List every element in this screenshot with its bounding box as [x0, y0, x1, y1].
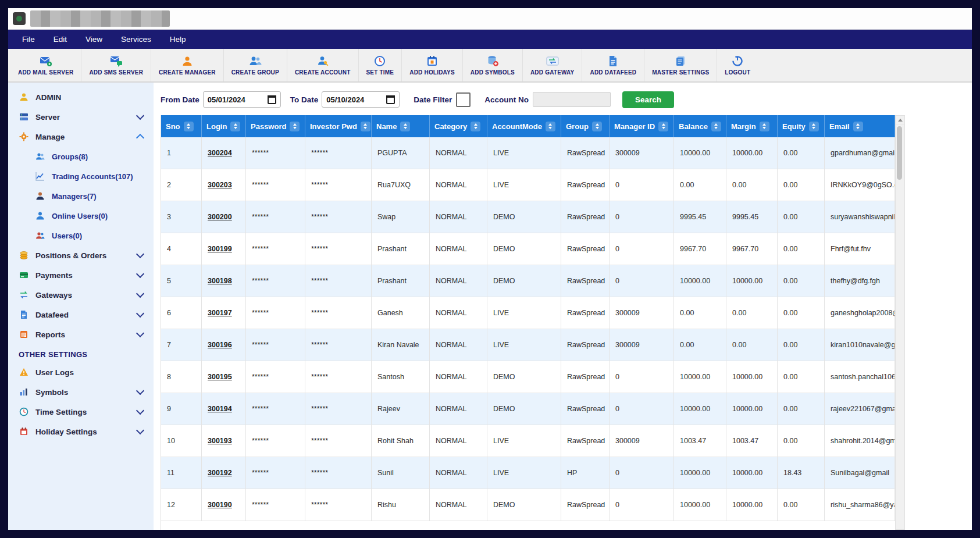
users-icon [35, 231, 45, 240]
sidebar-item-reports[interactable]: Reports [8, 325, 154, 344]
column-header-5[interactable]: Category [430, 115, 487, 137]
sort-icon [658, 122, 668, 131]
cell-margin: 10000.00 [726, 137, 778, 169]
sidebar-item-trading-accounts[interactable]: Trading Accounts(107) [8, 166, 154, 186]
cell-manager-id: 300009 [610, 297, 674, 329]
sidebar-item-groups[interactable]: Groups(8) [8, 147, 154, 166]
column-header-9[interactable]: Balance [674, 115, 726, 137]
login-link[interactable]: 300192 [208, 469, 232, 477]
cell-margin: 10000.00 [726, 265, 778, 297]
sidebar-item-label: Online Users(0) [52, 212, 108, 220]
add-datafeed-button[interactable]: ADD DATAFEED [582, 49, 644, 81]
login-link[interactable]: 300193 [208, 437, 232, 445]
cell-name: Ganesh [372, 297, 430, 329]
column-header-7[interactable]: Group [561, 115, 610, 137]
to-date-input[interactable]: 05/10/2024 [322, 91, 400, 108]
sort-icon [809, 122, 819, 131]
add-symbols-button[interactable]: ADD SYMBOLS [463, 49, 523, 81]
menu-edit[interactable]: Edit [48, 35, 80, 44]
cell-account-mode: DEMO [487, 265, 561, 297]
cell-name: Kiran Navale [372, 329, 430, 361]
sidebar-item-users[interactable]: Users(0) [8, 226, 154, 245]
sidebar-item-positions-orders[interactable]: Positions & Orders [8, 245, 154, 265]
menu-help[interactable]: Help [164, 35, 199, 44]
add-mail-server-button[interactable]: ADD MAIL SERVER [10, 49, 81, 81]
sidebar-item-label: Groups(8) [52, 152, 88, 161]
master-settings-button[interactable]: MASTER SETTINGS [644, 49, 717, 81]
cell-sno: 4 [161, 233, 202, 265]
sidebar-item-managers[interactable]: Managers(7) [8, 186, 154, 206]
sidebar-item-server[interactable]: Server [8, 107, 154, 127]
cell-sno: 9 [161, 393, 202, 425]
login-link[interactable]: 300190 [208, 501, 232, 509]
sidebar-item-user-logs[interactable]: User Logs [8, 362, 154, 382]
add-holidays-button[interactable]: ADD HOLIDAYS [402, 49, 463, 81]
add-sms-server-button[interactable]: ADD SMS SERVER [81, 49, 151, 81]
create-account-button[interactable]: CREATE ACCOUNT [287, 49, 359, 81]
sidebar-item-holiday-settings[interactable]: Holiday Settings [8, 422, 154, 441]
column-header-11[interactable]: Equity [778, 115, 825, 137]
column-header-12[interactable]: Email [825, 115, 895, 137]
sidebar-item-payments[interactable]: Payments [8, 265, 154, 285]
cell-margin: 1003.47 [726, 425, 778, 457]
scrollbar-thumb[interactable] [897, 126, 902, 180]
add-gateway-icon [546, 55, 560, 67]
window-title-redacted [30, 10, 170, 27]
date-filter-checkbox[interactable] [456, 92, 471, 107]
column-header-10[interactable]: Margin [726, 115, 778, 137]
menu-file[interactable]: File [16, 35, 48, 44]
cell-equity: 0.00 [778, 265, 825, 297]
mail-server-icon [39, 55, 53, 67]
cell-password: ****** [246, 457, 305, 489]
sort-icon [471, 122, 480, 131]
cell-group: RawSpread [561, 137, 610, 169]
login-link[interactable]: 300199 [208, 245, 232, 253]
sidebar-item-datafeed[interactable]: Datafeed [8, 305, 154, 325]
cell-login: 300195 [202, 361, 246, 393]
column-header-4[interactable]: Name [372, 115, 430, 137]
login-link[interactable]: 300196 [208, 341, 232, 349]
cell-equity: 0.00 [778, 393, 825, 425]
column-header-8[interactable]: Manager ID [610, 115, 674, 137]
column-header-6[interactable]: AccountMode [487, 115, 561, 137]
set-time-button[interactable]: SET TIME [359, 49, 402, 81]
cell-group: RawSpread [561, 233, 610, 265]
cell-group: HP [561, 457, 610, 489]
sidebar-item-label: User Logs [35, 368, 74, 377]
create-group-button[interactable]: CREATE GROUP [224, 49, 287, 81]
cell-equity: 0.00 [778, 169, 825, 201]
login-link[interactable]: 300204 [208, 149, 232, 157]
menu-services[interactable]: Services [115, 35, 164, 44]
login-link[interactable]: 300194 [208, 405, 232, 413]
table-row: 12 300190 ****** ****** Rishu NORMAL DEM… [161, 489, 895, 521]
column-header-1[interactable]: Login [202, 115, 246, 137]
sidebar-item-admin[interactable]: ADMIN [8, 87, 154, 107]
cell-account-mode: LIVE [487, 169, 561, 201]
sidebar-item-gateways[interactable]: Gateways [8, 285, 154, 305]
menu-view[interactable]: View [80, 35, 115, 44]
logout-button[interactable]: LOGOUT [717, 49, 758, 81]
account-no-input[interactable] [533, 92, 611, 107]
add-gateway-button[interactable]: ADD GATEWAY [523, 49, 583, 81]
search-button[interactable]: Search [622, 91, 674, 108]
sidebar-item-online-users[interactable]: Online Users(0) [8, 206, 154, 226]
column-header-0[interactable]: Sno [161, 115, 202, 137]
cell-margin: 0.00 [726, 329, 778, 361]
vertical-scrollbar[interactable] [895, 115, 905, 530]
sidebar-item-time-settings[interactable]: Time Settings [8, 402, 154, 422]
sidebar-item-symbols[interactable]: Symbols [8, 382, 154, 402]
login-link[interactable]: 300200 [208, 213, 232, 221]
column-header-2[interactable]: Password [246, 115, 305, 137]
sidebar-item-manage[interactable]: Manage [8, 127, 154, 147]
cell-account-mode: DEMO [487, 233, 561, 265]
from-date-input[interactable]: 05/01/2024 [203, 91, 281, 108]
cell-name: Prashant [372, 233, 430, 265]
create-manager-button[interactable]: CREATE MANAGER [151, 49, 224, 81]
login-link[interactable]: 300197 [208, 309, 232, 317]
scroll-up-arrow-icon[interactable] [896, 116, 904, 124]
login-link[interactable]: 300198 [208, 277, 232, 285]
chevron-down-icon [136, 270, 144, 278]
login-link[interactable]: 300203 [208, 181, 232, 189]
column-header-3[interactable]: Investor Pwd [305, 115, 372, 137]
login-link[interactable]: 300195 [208, 373, 232, 381]
